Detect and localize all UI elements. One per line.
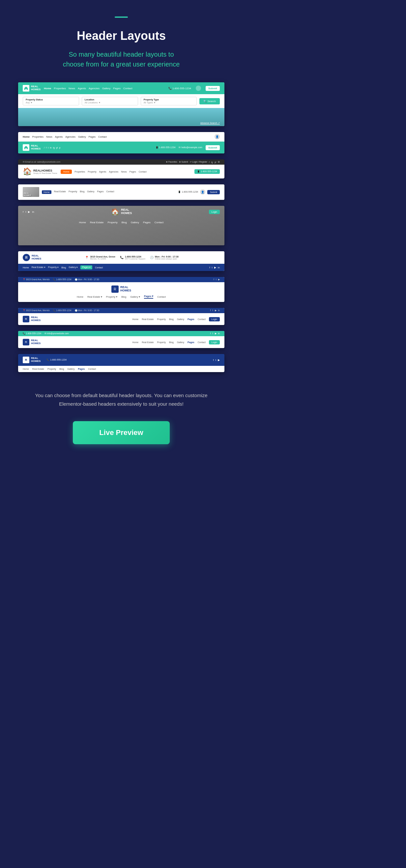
l10-nav-blog[interactable]: Blog	[59, 368, 64, 370]
l6-nav-realestate[interactable]: Real Estate ▾	[32, 266, 46, 269]
l8-login-btn[interactable]: Login	[209, 317, 220, 321]
l6-yt-icon[interactable]: ▶	[214, 266, 216, 269]
l9-in-icon[interactable]: in	[218, 332, 220, 335]
l7-yt-icon[interactable]: ▶	[218, 278, 220, 281]
l4-nav-contact[interactable]: Contact	[106, 190, 114, 194]
l9-nav-blog[interactable]: Blog	[169, 341, 174, 343]
l10-tw-icon[interactable]: t	[215, 359, 216, 362]
l9-nav-property[interactable]: Property	[157, 341, 166, 343]
l4-nav-realestate[interactable]: Real Estate	[54, 190, 66, 194]
l3-phone-btn[interactable]: 📱 1-800-555-1234	[195, 169, 220, 174]
l6-in-icon[interactable]: in	[218, 266, 220, 269]
l8-nav-home[interactable]: Home	[133, 318, 139, 320]
l7-fb-icon[interactable]: f	[213, 278, 214, 281]
l6-nav-contact[interactable]: Contact	[95, 267, 103, 269]
l9-nav-gallery[interactable]: Gallery	[177, 341, 184, 343]
nav-link-news[interactable]: News	[68, 87, 75, 90]
l2-nav-pages[interactable]: Pages	[89, 135, 95, 138]
l2-nav-gallery[interactable]: Gallery	[78, 135, 86, 138]
l6-nav-home[interactable]: Home	[23, 267, 29, 269]
layout2-submit-btn[interactable]: Submit	[206, 145, 220, 150]
advance-search-link[interactable]: Advance Search ↗	[200, 122, 220, 124]
l7-nav-realestate[interactable]: Real Estate ▾	[87, 296, 102, 298]
l2-nav-agents[interactable]: Agents	[55, 135, 63, 138]
l4-nav-home[interactable]: Home	[42, 190, 51, 194]
l4-nav-blog[interactable]: Blog	[80, 190, 84, 194]
l5-fb-icon[interactable]: f	[23, 210, 23, 213]
l2-nav-contact[interactable]: Contact	[98, 135, 107, 138]
social-3[interactable]: yt	[214, 161, 216, 163]
l10-fb-icon[interactable]: f	[213, 359, 214, 362]
l6-tw-icon[interactable]: t	[212, 266, 212, 269]
nav-link-agencies[interactable]: Agencies	[89, 87, 99, 90]
l9-fb-icon[interactable]: f	[210, 332, 211, 335]
search-btn-1[interactable]: 🔍 Search	[199, 98, 220, 104]
l8-yt-icon[interactable]: ▶	[215, 309, 216, 312]
l8-tw-icon[interactable]: t	[212, 309, 213, 312]
facebook-icon-2[interactable]: f	[46, 147, 47, 149]
l5-nav-gallery[interactable]: Gallery	[131, 221, 139, 224]
l2-nav-news[interactable]: News	[46, 135, 52, 138]
l8-nav-property[interactable]: Property	[157, 318, 166, 320]
l9-nav-realestate[interactable]: Real Estate	[142, 341, 153, 343]
l2-nav-properties[interactable]: Properties	[32, 135, 44, 138]
social-4[interactable]: ⊞	[218, 161, 220, 163]
l8-nav-pages[interactable]: Pages	[187, 318, 195, 320]
l7-tw-icon[interactable]: t	[216, 278, 216, 281]
favorites-link[interactable]: ★ Favorites	[166, 161, 177, 163]
l10-nav-home[interactable]: Home	[23, 368, 29, 370]
l9-nav-home[interactable]: Home	[133, 341, 139, 343]
youtube-icon-2[interactable]: yt	[56, 147, 58, 149]
nav-link-pages[interactable]: Pages	[113, 87, 121, 90]
l3-nav-contact[interactable]: Contact	[139, 170, 147, 173]
l7-nav-pages[interactable]: Pages ▾	[144, 295, 153, 299]
nav-link-gallery[interactable]: Gallery	[102, 87, 110, 90]
l6-nav-blog[interactable]: Blog	[61, 267, 66, 269]
l6-nav-gallery[interactable]: Gallery ▾	[68, 266, 78, 269]
social-1[interactable]: f	[209, 161, 210, 163]
login-register-link[interactable]: ↩ Login / Register	[190, 161, 207, 163]
layout1-submit-btn[interactable]: Submit	[206, 86, 220, 91]
l10-nav-contact[interactable]: Contact	[88, 368, 96, 370]
linkedin-icon-2[interactable]: in	[50, 147, 51, 149]
twitter-icon-2[interactable]: t	[48, 147, 49, 149]
l4-nav-property[interactable]: Property	[68, 190, 77, 194]
l4-nav-pages[interactable]: Pages	[97, 190, 104, 194]
l5-yt-icon[interactable]: ▶	[28, 210, 30, 213]
l10-nav-gallery[interactable]: Gallery	[67, 368, 75, 370]
l8-nav-contact[interactable]: Contact	[198, 318, 206, 320]
l7-nav-home[interactable]: Home	[77, 296, 83, 298]
l7-nav-blog[interactable]: Blog	[121, 296, 126, 298]
l2-nav-agencies[interactable]: Agencies	[65, 135, 76, 138]
l10-nav-realestate[interactable]: Real Estate	[32, 368, 44, 370]
l5-tw-icon[interactable]: t	[25, 210, 26, 213]
instagram-icon-2[interactable]: ig	[53, 147, 55, 149]
l5-nav-blog[interactable]: Blog	[122, 221, 127, 224]
l8-nav-blog[interactable]: Blog	[169, 318, 174, 320]
nav-link-contact[interactable]: Contact	[123, 87, 133, 90]
l3-nav-agencies[interactable]: Agencies	[109, 170, 119, 173]
l8-nav-gallery[interactable]: Gallery	[177, 318, 184, 320]
l9-tw-icon[interactable]: t	[212, 332, 213, 335]
l8-in-icon[interactable]: in	[218, 309, 220, 312]
submit-link[interactable]: ⊕ Submit	[179, 161, 188, 163]
l3-nav-agents[interactable]: Agents	[99, 170, 107, 173]
nav-link-agents[interactable]: Agents	[78, 87, 86, 90]
l8-fb-icon[interactable]: f	[210, 309, 211, 312]
l9-nav-pages[interactable]: Pages	[187, 341, 195, 343]
l3-nav-properties[interactable]: Properties	[75, 170, 85, 173]
l6-nav-property[interactable]: Property ▾	[48, 266, 59, 269]
l7-nav-property[interactable]: Property ▾	[106, 296, 117, 298]
nav-link-home[interactable]: Home	[44, 87, 51, 90]
l5-nav-realestate[interactable]: Real Estate	[90, 221, 104, 224]
social-2[interactable]: ig	[211, 161, 213, 163]
l5-login-btn[interactable]: Login	[209, 210, 220, 214]
l3-nav-home[interactable]: Home	[61, 169, 72, 174]
l9-login-btn[interactable]: Login	[209, 340, 220, 344]
l5-nav-home[interactable]: Home	[79, 221, 86, 224]
l10-nav-property[interactable]: Property	[48, 368, 56, 370]
l5-nav-pages[interactable]: Pages	[143, 221, 151, 224]
l4-nav-gallery[interactable]: Gallery	[87, 190, 94, 194]
l7-nav-gallery[interactable]: Gallery ▾	[130, 296, 140, 298]
nav-link-properties[interactable]: Properties	[54, 87, 66, 90]
